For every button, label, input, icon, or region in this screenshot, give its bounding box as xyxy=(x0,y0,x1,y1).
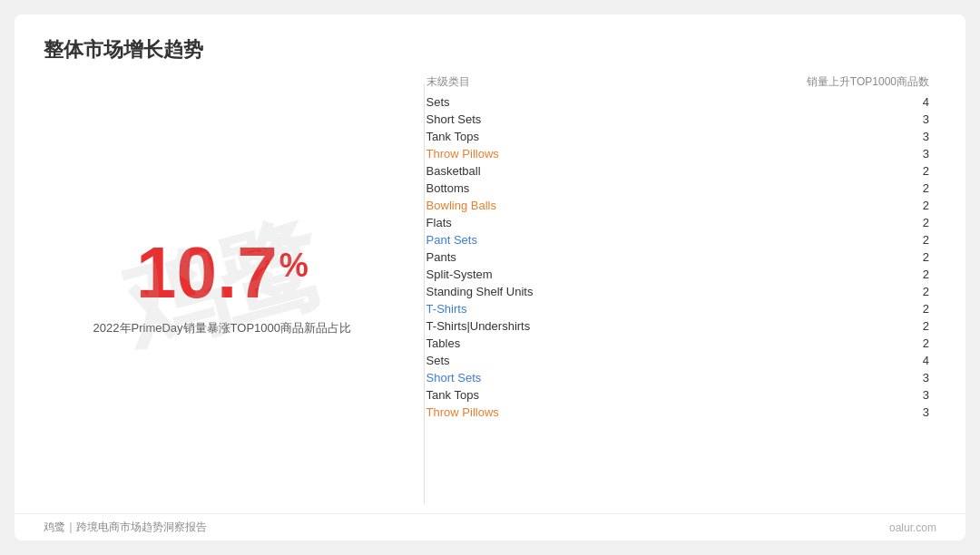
table-row: Tables2 xyxy=(419,335,936,352)
cell-name: T-Shirts xyxy=(426,302,467,316)
cell-value: 2 xyxy=(902,268,929,281)
cell-value: 3 xyxy=(902,371,929,385)
table-row: Tank Tops3 xyxy=(419,128,936,145)
cell-value: 2 xyxy=(902,199,929,212)
cell-value: 2 xyxy=(902,250,929,264)
footer-description: 跨境电商市场趋势洞察报告 xyxy=(76,521,207,533)
table-row: Flats2 xyxy=(419,214,936,231)
main-card: 整体市场增长趋势 鸡鹭 10.7 % 2022年PrimeDay销量暴涨TOP1… xyxy=(15,15,965,540)
cell-value: 2 xyxy=(902,164,929,178)
table-row: Basketball2 xyxy=(419,162,936,180)
cell-name: Short Sets xyxy=(426,112,482,126)
cell-value: 4 xyxy=(902,95,929,109)
col1-header: 末级类目 xyxy=(426,74,470,90)
table-row: Split-System2 xyxy=(419,266,936,283)
table-row: Sets4 xyxy=(419,93,936,111)
cell-name: Sets xyxy=(426,95,450,109)
cell-name: Bowling Balls xyxy=(426,199,496,212)
table-row: Pants2 xyxy=(419,248,936,266)
metric-subtitle: 2022年PrimeDay销量暴涨TOP1000商品新品占比 xyxy=(93,320,351,336)
cell-name: Split-System xyxy=(426,268,493,281)
table-row: Pant Sets2 xyxy=(419,231,936,248)
cell-name: Pants xyxy=(426,250,456,264)
footer-brand: 鸡鹭 xyxy=(44,521,65,533)
table-row: Bottoms2 xyxy=(419,180,936,197)
cell-value: 3 xyxy=(902,130,929,143)
table-header: 末级类目 销量上升TOP1000商品数 xyxy=(419,74,936,90)
cell-name: Basketball xyxy=(426,164,481,178)
table-row: Standing Shelf Units2 xyxy=(419,283,936,300)
cell-value: 2 xyxy=(902,302,929,316)
cell-value: 2 xyxy=(902,319,929,333)
cell-name: Tank Tops xyxy=(426,388,479,402)
cell-name: Pant Sets xyxy=(426,233,477,247)
cell-name: Bottoms xyxy=(426,181,470,195)
content-area: 鸡鹭 10.7 % 2022年PrimeDay销量暴涨TOP1000商品新品占比… xyxy=(15,74,965,513)
cell-value: 2 xyxy=(902,216,929,229)
cell-value: 3 xyxy=(902,147,929,161)
cell-name: Throw Pillows xyxy=(426,405,499,419)
cell-value: 2 xyxy=(902,233,929,247)
table-row: Throw Pillows3 xyxy=(419,404,936,421)
col2-header: 销量上升TOP1000商品数 xyxy=(807,74,929,90)
cell-value: 2 xyxy=(902,285,929,298)
table-row: Short Sets3 xyxy=(419,111,936,128)
cell-name: Short Sets xyxy=(426,371,482,385)
table-row: Bowling Balls2 xyxy=(419,197,936,214)
cell-name: Tank Tops xyxy=(426,130,479,143)
page-title: 整体市场增长趋势 xyxy=(15,15,965,74)
table-row: Throw Pillows3 xyxy=(419,145,936,162)
cell-name: Sets xyxy=(426,354,450,367)
big-number-display: 10.7 % xyxy=(136,237,309,309)
table-body: Sets4Short Sets3Tank Tops3Throw Pillows3… xyxy=(419,93,936,499)
table-row: Tank Tops3 xyxy=(419,386,936,404)
cell-value: 3 xyxy=(902,405,929,419)
footer-separator: ｜ xyxy=(65,521,76,533)
left-panel: 鸡鹭 10.7 % 2022年PrimeDay销量暴涨TOP1000商品新品占比 xyxy=(44,74,401,499)
table-row: T-Shirts2 xyxy=(419,300,936,317)
footer: 鸡鹭｜跨境电商市场趋势洞察报告 oalur.com xyxy=(15,513,965,540)
cell-value: 2 xyxy=(902,181,929,195)
cell-name: T-Shirts|Undershirts xyxy=(426,319,531,333)
cell-name: Flats xyxy=(426,216,452,229)
right-panel: 末级类目 销量上升TOP1000商品数 Sets4Short Sets3Tank… xyxy=(401,74,936,499)
table-row: T-Shirts|Undershirts2 xyxy=(419,317,936,335)
cell-value: 3 xyxy=(902,112,929,126)
cell-value: 4 xyxy=(902,354,929,367)
metric-value: 10.7 xyxy=(136,237,278,309)
cell-name: Standing Shelf Units xyxy=(426,285,534,298)
footer-website: oalur.com xyxy=(889,521,936,534)
cell-name: Tables xyxy=(426,336,461,350)
percent-sign: % xyxy=(279,249,309,282)
cell-value: 3 xyxy=(902,388,929,402)
cell-value: 2 xyxy=(902,336,929,350)
table-row: Short Sets3 xyxy=(419,369,936,386)
footer-brand-area: 鸡鹭｜跨境电商市场趋势洞察报告 xyxy=(44,520,207,535)
table-row: Sets4 xyxy=(419,352,936,369)
cell-name: Throw Pillows xyxy=(426,147,499,161)
